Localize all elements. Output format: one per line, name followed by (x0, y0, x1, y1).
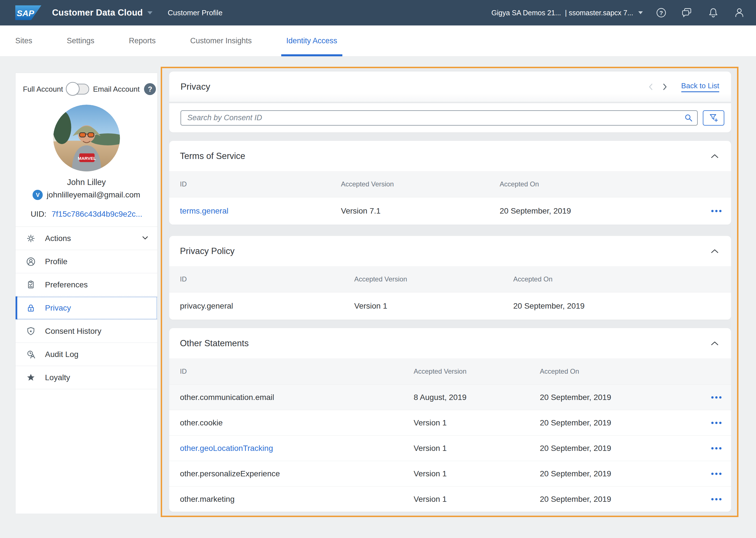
table-body: privacy.general Version 1 20 September, … (169, 292, 731, 320)
account-type-switch[interactable] (67, 84, 89, 94)
row-accepted-on: 20 September, 2019 (500, 206, 697, 216)
column-accepted-version: Accepted Version (414, 367, 540, 375)
table-body: other.communication.email 8 August, 2019… (169, 384, 731, 512)
table-row: terms.general Version 7.1 20 September, … (169, 197, 731, 225)
sidebar-item-label: Profile (45, 257, 67, 266)
tab-customer-insights[interactable]: Customer Insights (185, 26, 257, 56)
row-accepted-on: 20 September, 2019 (540, 444, 697, 453)
full-account-label: Full Account (23, 85, 63, 94)
clock-person-icon (26, 350, 36, 359)
account-type-toggle-row: Full Account Email Account ? (23, 83, 157, 95)
page-title: Privacy (181, 81, 210, 92)
uid-label: UID: (30, 210, 46, 219)
privacy-panel-frame: Privacy Back to List (161, 67, 738, 517)
column-accepted-version: Accepted Version (354, 275, 513, 283)
svg-text:?: ? (660, 10, 663, 16)
row-id: other.communication.email (169, 393, 414, 402)
column-accepted-version: Accepted Version (341, 180, 500, 188)
shell-header: SAP Customer Data Cloud Customer Profile… (0, 0, 756, 26)
sidebar-item-preferences[interactable]: Preferences (16, 273, 157, 296)
previous-record-icon[interactable] (648, 83, 654, 90)
tab-identity-access[interactable]: Identity Access (281, 26, 342, 56)
row-overflow-menu-icon[interactable] (711, 396, 722, 399)
row-accepted-on: 20 September, 2019 (513, 301, 697, 311)
profile-sidebar: Full Account Email Account ? MARVEL (15, 73, 158, 514)
collapse-section-icon[interactable] (711, 154, 719, 159)
sidebar-item-label: Preferences (45, 280, 88, 289)
back-to-list-link[interactable]: Back to List (681, 81, 719, 92)
search-icon[interactable] (684, 113, 693, 123)
product-dropdown-caret-icon[interactable] (147, 11, 152, 15)
column-accepted-on: Accepted On (500, 180, 697, 188)
tab-reports[interactable]: Reports (124, 26, 161, 56)
star-icon (26, 373, 36, 382)
sidebar-item-label: Consent History (45, 327, 101, 336)
clipboard-check-icon (26, 280, 36, 290)
row-accepted-on: 20 September, 2019 (540, 495, 697, 504)
row-overflow-menu-icon[interactable] (711, 422, 722, 424)
table-header: ID Accepted Version Accepted On (169, 266, 731, 292)
row-accepted-version: 8 August, 2019 (414, 393, 540, 402)
sidebar-item-actions[interactable]: Actions (16, 227, 157, 250)
shield-star-icon: ★ (26, 326, 36, 336)
sidebar-item-consent-history[interactable]: ★ Consent History (16, 320, 157, 343)
row-overflow-menu-icon[interactable] (711, 498, 722, 500)
column-id: ID (169, 367, 414, 375)
account-dropdown-caret-icon[interactable] (638, 11, 643, 14)
row-id: other.marketing (169, 495, 414, 504)
person-circle-icon (26, 257, 36, 266)
table-header: ID Accepted Version Accepted On (169, 358, 731, 384)
feedback-chat-icon[interactable] (681, 7, 693, 19)
search-input[interactable] (181, 110, 698, 126)
sidebar-item-profile[interactable]: Profile (16, 250, 157, 273)
sidebar-item-loyalty[interactable]: Loyalty (16, 366, 157, 389)
user-icon[interactable] (733, 7, 745, 19)
account-selector-label[interactable]: Gigya SA Demos 21... | ssomaster.sapcx 7… (491, 9, 633, 17)
shell-page-title: Customer Profile (168, 9, 223, 17)
row-overflow-menu-icon[interactable] (711, 447, 722, 450)
consent-search-bar (169, 103, 731, 133)
tab-settings[interactable]: Settings (62, 26, 100, 56)
notifications-bell-icon[interactable] (707, 7, 719, 19)
gear-icon (26, 234, 36, 243)
row-accepted-version: Version 7.1 (341, 206, 500, 216)
switch-knob[interactable] (66, 82, 80, 96)
section-title: Other Statements (180, 338, 249, 349)
row-overflow-menu-icon[interactable] (711, 473, 722, 475)
sidebar-item-label: Privacy (45, 303, 71, 312)
collapse-section-icon[interactable] (711, 249, 719, 254)
product-title[interactable]: Customer Data Cloud (52, 8, 143, 18)
user-email: johnlilleyemail@gmail.com (47, 190, 140, 199)
collapse-section-icon[interactable] (711, 341, 719, 346)
row-accepted-on: 20 September, 2019 (540, 418, 697, 427)
table-row: other.cookie Version 1 20 September, 201… (169, 410, 731, 435)
column-accepted-on: Accepted On (513, 275, 697, 283)
lock-icon (26, 303, 36, 313)
row-accepted-version: Version 1 (414, 444, 540, 453)
help-icon[interactable]: ? (655, 7, 667, 19)
row-accepted-on: 20 September, 2019 (540, 469, 697, 478)
tab-sites[interactable]: Sites (10, 26, 37, 56)
row-id[interactable]: terms.general (169, 206, 341, 216)
svg-text:SAP: SAP (17, 9, 34, 18)
row-overflow-menu-icon[interactable] (711, 210, 722, 212)
sidebar-item-label: Loyalty (45, 373, 70, 382)
next-record-icon[interactable] (662, 83, 668, 90)
table-row: other.geoLocationTracking Version 1 20 S… (169, 435, 731, 461)
add-filter-button[interactable] (703, 110, 724, 126)
table-row: privacy.general Version 1 20 September, … (169, 292, 731, 320)
column-accepted-on: Accepted On (540, 367, 697, 375)
svg-text:MARVEL: MARVEL (78, 156, 96, 161)
row-accepted-on: 20 September, 2019 (540, 393, 697, 402)
uid-value-link[interactable]: 7f15c786c43d4b9c9e2c... (51, 210, 142, 219)
sidebar-item-privacy[interactable]: Privacy (16, 296, 157, 320)
toggle-help-icon[interactable]: ? (144, 83, 156, 95)
table-body: terms.general Version 7.1 20 September, … (169, 197, 731, 225)
main-nav-tabbar: Sites Settings Reports Customer Insights… (0, 26, 756, 57)
table-row: other.marketing Version 1 20 September, … (169, 486, 731, 512)
sidebar-item-audit-log[interactable]: Audit Log (16, 343, 157, 366)
user-name: John Lilley (16, 178, 157, 187)
row-id[interactable]: other.geoLocationTracking (169, 444, 414, 453)
screen: SAP Customer Data Cloud Customer Profile… (0, 0, 756, 538)
avatar: MARVEL (53, 105, 120, 171)
